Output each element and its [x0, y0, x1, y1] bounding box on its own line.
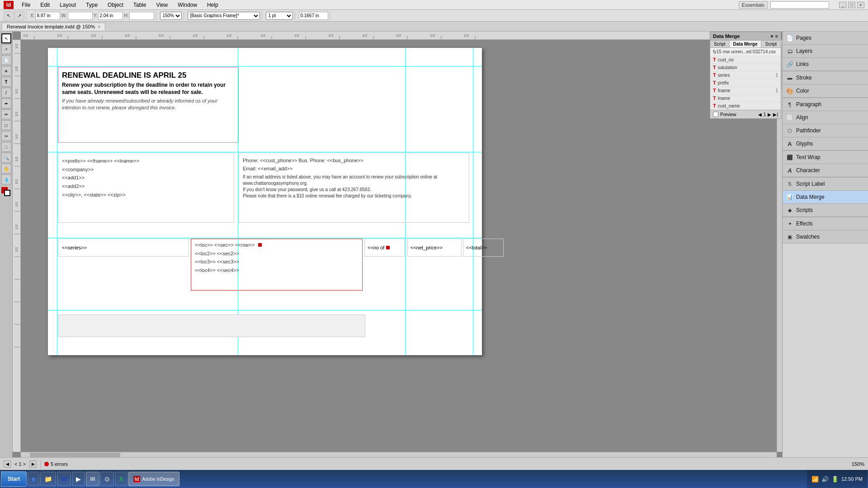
selection-tool[interactable]: ↖ — [4, 11, 14, 20]
pathfinder-panel-header[interactable]: ⬡ Pathfinder — [783, 124, 868, 137]
minimize-button[interactable]: _ — [839, 2, 846, 8]
zoom-tool-btn[interactable]: 🔍 — [1, 153, 11, 163]
restore-button[interactable]: □ — [848, 2, 855, 8]
taskbar-ie[interactable]: e — [28, 472, 39, 486]
character-panel-header[interactable]: A Character — [783, 164, 868, 177]
seat-block[interactable]: <<loc>> <<sec>> <<row>> <<loc2>> <<sec2>… — [191, 239, 363, 291]
taskbar-indesign[interactable]: Id Adobe InDesign — [128, 472, 179, 486]
free-trans-btn[interactable]: ⬚ — [1, 142, 11, 152]
zoom-select[interactable]: 150% — [160, 12, 182, 20]
svg-text:1/2: 1/2 — [14, 66, 19, 71]
prev-page-btn[interactable]: ◀ — [4, 460, 11, 468]
data-merge-panel: Data Merge × ≡ Script Data Merge Script … — [710, 32, 781, 119]
bottom-bar-block[interactable] — [58, 314, 365, 337]
taskbar-chrome[interactable]: ⊙ — [100, 472, 114, 486]
tab-close-button[interactable]: × — [98, 24, 100, 29]
dm-field-prefix[interactable]: T prefix — [710, 79, 781, 87]
color-panel-header[interactable]: 🎨 Color — [783, 84, 868, 97]
h-scroll-thumb[interactable] — [30, 453, 120, 457]
contact-block[interactable]: Phone: <<cust_phone>> Bus. Phone: <<bus_… — [239, 153, 469, 223]
datamerge-section: 📊 Data Merge — [783, 191, 868, 204]
dm-field-lname[interactable]: T lname — [710, 94, 781, 102]
gap-tool-btn[interactable]: ⊕ — [1, 66, 11, 76]
start-button[interactable]: Start — [1, 471, 27, 487]
search-input[interactable] — [770, 1, 829, 9]
h-input[interactable] — [129, 12, 154, 20]
dm-field-fname[interactable]: T fname 1 — [710, 87, 781, 94]
dm-field-cust_no[interactable]: T cust_no — [710, 56, 781, 64]
links-icon: 🔗 — [786, 61, 793, 68]
type-tool-btn[interactable]: T — [1, 77, 11, 87]
eyedrop-btn[interactable]: 💧 — [1, 174, 11, 184]
direct-select-tool[interactable]: ↗ — [14, 11, 24, 20]
pencil-tool-btn[interactable]: ✏ — [1, 109, 11, 119]
address-block[interactable]: <<prefix>> <<fname>> <<lname>> <<company… — [58, 153, 234, 223]
taskbar-explorer[interactable]: 📁 — [40, 472, 56, 486]
datamerge-panel-header[interactable]: 📊 Data Merge — [783, 191, 868, 203]
taskbar-word[interactable]: W — [57, 472, 71, 486]
w-input[interactable] — [68, 12, 93, 20]
select-tool-btn[interactable]: ↖ — [1, 33, 11, 43]
menu-layout[interactable]: Layout — [58, 1, 78, 9]
menu-edit[interactable]: Edit — [38, 1, 52, 9]
pt-select[interactable]: 1 pt — [266, 12, 293, 20]
no-of-block[interactable]: <<no of — [364, 239, 405, 257]
textwrap-panel-header[interactable]: ⬛ Text Wrap — [783, 151, 868, 164]
series-block[interactable]: <<series>> — [58, 239, 189, 257]
glyphs-panel-header[interactable]: A Glyphs — [783, 137, 868, 150]
dm-field-series[interactable]: T series 1 — [710, 71, 781, 79]
paragraph-panel-header[interactable]: ¶ Paragraph — [783, 98, 868, 111]
menu-window[interactable]: Window — [176, 1, 199, 9]
menu-table[interactable]: Table — [132, 1, 148, 9]
frame-mode-select[interactable]: [Basic Graphics Frame]* — [188, 12, 260, 20]
direct-select-btn[interactable]: ↗ — [1, 44, 11, 54]
decimal-input[interactable] — [299, 12, 328, 20]
hand-tool-btn[interactable]: ✋ — [1, 164, 11, 174]
header-text-block[interactable]: RENEWAL DEADLINE IS APRIL 25 Renew your … — [58, 67, 239, 143]
ie-icon: e — [32, 475, 35, 483]
horizontal-scrollbar[interactable] — [21, 452, 777, 457]
net-price-block[interactable]: <<net_price>> — [407, 239, 462, 257]
y-input[interactable] — [98, 12, 123, 20]
close-button[interactable]: × — [857, 2, 864, 8]
menu-type[interactable]: Type — [84, 1, 99, 9]
x-input[interactable] — [35, 12, 60, 20]
taskbar-excel[interactable]: X — [115, 472, 127, 486]
page-tool-btn[interactable]: 📄 — [1, 55, 11, 65]
total-block[interactable]: <<total>> — [463, 239, 504, 257]
menu-object[interactable]: Object — [106, 1, 125, 9]
dm-field-cust_name[interactable]: T cust_name — [710, 102, 781, 110]
pen-tool-btn[interactable]: ✒ — [1, 99, 11, 108]
dm-nav-prev[interactable]: ◀ — [758, 112, 762, 117]
document-canvas: RENEWAL DEADLINE IS APRIL 25 Renew your … — [21, 40, 777, 452]
next-page-btn[interactable]: ▶ — [29, 460, 37, 468]
document-tab[interactable]: Renewal Invoice template.indd @ 150% × — [2, 23, 105, 30]
taskbar-outlook[interactable]: ✉ — [86, 472, 99, 486]
menu-help[interactable]: Help — [205, 1, 220, 9]
align-panel-header[interactable]: ⬜ Align — [783, 111, 868, 124]
dm-preview-checkbox[interactable] — [713, 112, 718, 117]
dm-nav-last[interactable]: ▶| — [773, 112, 778, 117]
dm-tab-script2[interactable]: Script — [761, 41, 780, 47]
dm-close-icon[interactable]: × — [770, 33, 773, 39]
stroke-panel-header[interactable]: ▬ Stroke — [783, 71, 868, 84]
layers-panel-header[interactable]: 🗂 Layers — [783, 45, 868, 57]
swatches-panel-header[interactable]: ▣ Swatches — [783, 230, 868, 243]
menu-view[interactable]: View — [154, 1, 170, 9]
dm-tab-datamerge[interactable]: Data Merge — [730, 41, 762, 47]
dm-nav-next[interactable]: ▶ — [768, 112, 771, 117]
dm-field-salutation[interactable]: T salutation — [710, 64, 781, 71]
scissors-tool-btn[interactable]: ✂ — [1, 131, 11, 141]
dm-menu-icon[interactable]: ≡ — [775, 33, 778, 39]
taskbar-wmplayer[interactable]: ▶ — [72, 472, 85, 486]
dm-tab-script[interactable]: Script — [710, 41, 730, 47]
scripts-panel-header[interactable]: ◆ Scripts — [783, 204, 868, 216]
rect-tool-btn[interactable]: □ — [1, 120, 11, 130]
effects-panel-header[interactable]: ✦ Effects — [783, 217, 868, 230]
essentials-button[interactable]: Essentials — [739, 1, 768, 9]
pages-panel-header[interactable]: 📄 Pages — [783, 32, 868, 44]
line-tool-btn[interactable]: / — [1, 88, 11, 98]
menu-file[interactable]: File — [20, 1, 32, 9]
links-panel-header[interactable]: 🔗 Links — [783, 58, 868, 70]
scriptlabel-panel-header[interactable]: S Script Label — [783, 178, 868, 190]
